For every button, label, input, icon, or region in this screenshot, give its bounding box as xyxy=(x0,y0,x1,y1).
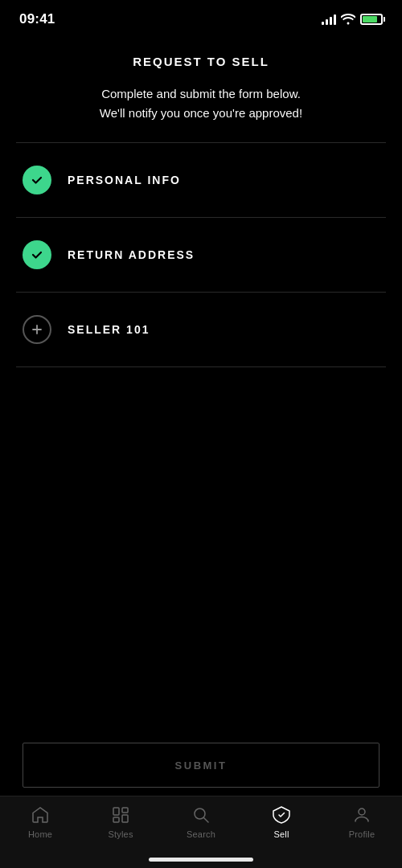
nav-search-label: Search xyxy=(187,829,215,839)
svg-rect-1 xyxy=(113,817,119,822)
nav-sell-label: Sell xyxy=(273,829,289,839)
page-title: REQUEST TO SELL xyxy=(0,35,402,84)
personal-info-label: PERSONAL INFO xyxy=(68,174,181,186)
wifi-icon xyxy=(341,14,355,25)
page-subtitle: Complete and submit the form below.We'll… xyxy=(0,84,402,142)
nav-item-search[interactable]: Search xyxy=(161,805,241,839)
svg-rect-0 xyxy=(113,808,119,815)
svg-rect-2 xyxy=(122,808,128,813)
home-icon xyxy=(30,805,51,825)
nav-profile-label: Profile xyxy=(349,829,375,839)
nav-styles-label: Styles xyxy=(108,829,133,839)
personal-info-check-icon xyxy=(23,166,51,194)
status-bar: 09:41 xyxy=(0,0,402,35)
signal-icon xyxy=(322,14,336,25)
svg-line-5 xyxy=(204,818,209,823)
return-address-label: RETURN ADDRESS xyxy=(68,248,195,261)
return-address-section[interactable]: RETURN ADDRESS xyxy=(0,218,402,292)
status-time: 09:41 xyxy=(19,11,55,27)
seller-101-section[interactable]: SELLER 101 xyxy=(0,293,402,366)
submit-area: SUBMIT xyxy=(0,743,402,788)
return-address-check-icon xyxy=(23,240,51,269)
status-icons xyxy=(322,14,383,25)
nav-home-label: Home xyxy=(28,829,52,839)
nav-item-profile[interactable]: Profile xyxy=(322,805,402,839)
search-icon xyxy=(191,805,211,825)
sell-icon xyxy=(271,805,292,825)
divider-3 xyxy=(16,366,386,367)
personal-info-section[interactable]: PERSONAL INFO xyxy=(0,143,402,217)
nav-item-sell[interactable]: Sell xyxy=(241,805,322,839)
profile-icon xyxy=(351,805,372,825)
seller-101-plus-icon xyxy=(23,315,51,344)
home-indicator xyxy=(149,858,253,862)
svg-point-6 xyxy=(359,809,365,815)
submit-button[interactable]: SUBMIT xyxy=(23,743,379,788)
seller-101-label: SELLER 101 xyxy=(68,323,150,336)
nav-item-home[interactable]: Home xyxy=(0,805,80,839)
nav-item-styles[interactable]: Styles xyxy=(80,805,161,839)
svg-rect-3 xyxy=(122,815,128,822)
battery-icon xyxy=(360,14,383,25)
styles-icon xyxy=(110,805,131,825)
